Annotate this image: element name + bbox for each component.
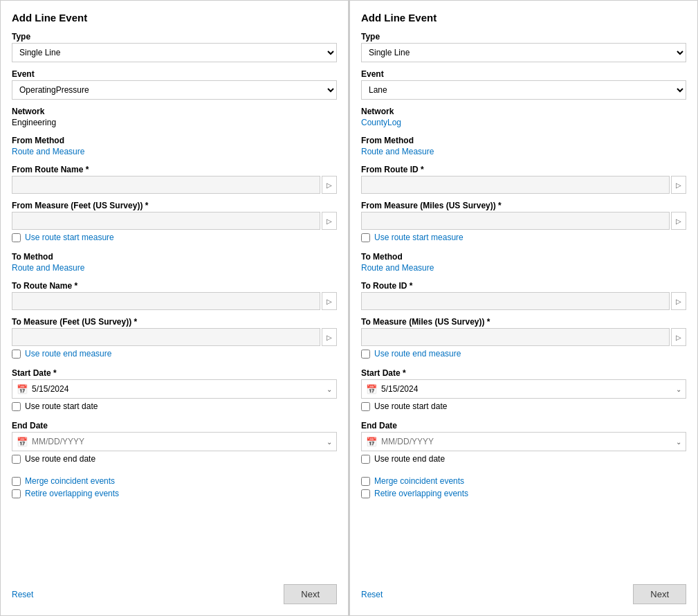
right-type-label: Type [361, 32, 686, 42]
left-panel: Add Line Event Type Single Line Event Op… [0, 0, 349, 616]
right-use-route-end-measure-checkbox[interactable] [361, 350, 370, 359]
right-end-date-wrapper: 📅 ⌄ [361, 432, 686, 451]
right-start-date-chevron[interactable]: ⌄ [676, 386, 681, 393]
left-from-method-label: From Method [12, 136, 337, 145]
left-network-label: Network [12, 107, 337, 116]
left-to-measure-group: To Measure (Feet (US Survey)) ▷ Use rout… [12, 317, 337, 361]
left-from-route-name-group: From Route Name ▷ [12, 165, 337, 194]
left-end-date-input[interactable] [32, 437, 322, 446]
right-to-route-id-input[interactable] [361, 292, 670, 310]
right-to-route-id-label: To Route ID [361, 281, 686, 291]
right-to-measure-input[interactable] [361, 328, 670, 346]
right-type-group: Type Single Line [361, 32, 686, 62]
right-use-route-end-date-checkbox[interactable] [361, 455, 370, 464]
right-use-route-end-measure-row: Use route end measure [361, 349, 686, 359]
left-start-calendar-icon: 📅 [17, 384, 28, 395]
right-merge-retire-group: Merge coincident events Retire overlappi… [361, 473, 686, 501]
right-retire-checkbox[interactable] [361, 489, 370, 498]
right-from-route-id-input[interactable] [361, 176, 670, 194]
left-to-measure-input-wrapper: ▷ [12, 328, 337, 346]
right-use-route-start-date-label[interactable]: Use route start date [374, 401, 447, 411]
left-to-measure-arrow-btn[interactable]: ▷ [322, 328, 337, 346]
left-retire-checkbox[interactable] [12, 489, 21, 498]
right-use-route-start-measure-label[interactable]: Use route start measure [374, 233, 463, 242]
left-use-route-start-measure-label[interactable]: Use route start measure [25, 233, 114, 242]
left-to-measure-input[interactable] [12, 328, 320, 346]
right-to-measure-arrow-btn[interactable]: ▷ [671, 328, 686, 346]
left-use-route-start-measure-row: Use route start measure [12, 233, 337, 242]
left-from-route-name-input[interactable] [12, 176, 320, 194]
left-next-button[interactable]: Next [284, 584, 337, 604]
left-to-route-name-input[interactable] [12, 292, 320, 310]
left-use-route-end-measure-row: Use route end measure [12, 349, 337, 359]
left-end-date-wrapper: 📅 ⌄ [12, 432, 337, 451]
right-end-date-label: End Date [361, 421, 686, 431]
left-use-route-start-measure-checkbox[interactable] [12, 233, 21, 242]
left-end-date-label: End Date [12, 421, 337, 431]
left-from-measure-group: From Measure (Feet (US Survey)) ▷ Use ro… [12, 201, 337, 245]
right-merge-checkbox[interactable] [361, 477, 370, 486]
right-end-date-chevron[interactable]: ⌄ [676, 438, 681, 446]
left-start-date-input[interactable] [32, 384, 322, 394]
right-use-route-start-date-checkbox[interactable] [361, 402, 370, 411]
left-use-route-end-date-checkbox[interactable] [12, 455, 21, 464]
right-from-method-value: Route and Measure [361, 147, 686, 156]
left-from-method-group: From Method Route and Measure [12, 136, 337, 158]
right-from-route-id-group: From Route ID ▷ [361, 165, 686, 194]
left-from-measure-input[interactable] [12, 212, 320, 230]
left-from-measure-input-wrapper: ▷ [12, 212, 337, 230]
right-end-date-input[interactable] [381, 437, 672, 446]
left-type-select[interactable]: Single Line [12, 43, 337, 62]
left-start-date-label: Start Date [12, 368, 337, 378]
left-type-label: Type [12, 32, 337, 42]
left-use-route-end-date-label[interactable]: Use route end date [25, 454, 95, 464]
right-from-measure-input[interactable] [361, 212, 670, 230]
right-start-date-label: Start Date [361, 368, 686, 378]
left-reset-button[interactable]: Reset [12, 590, 33, 599]
left-type-group: Type Single Line [12, 32, 337, 62]
left-use-route-start-date-checkbox[interactable] [12, 402, 21, 411]
right-event-select[interactable]: Lane [361, 80, 686, 100]
left-event-group: Event OperatingPressure [12, 69, 337, 100]
left-use-route-end-measure-checkbox[interactable] [12, 350, 21, 359]
left-event-label: Event [12, 69, 337, 79]
right-type-select[interactable]: Single Line [361, 43, 686, 62]
right-start-calendar-icon: 📅 [366, 384, 377, 395]
left-to-route-name-input-wrapper: ▷ [12, 292, 337, 310]
left-to-route-name-label: To Route Name [12, 281, 337, 291]
right-panel: Add Line Event Type Single Line Event La… [349, 0, 698, 616]
right-event-group: Event Lane [361, 69, 686, 100]
right-reset-button[interactable]: Reset [361, 590, 383, 599]
left-to-method-value: Route and Measure [12, 263, 337, 273]
left-use-route-end-measure-label[interactable]: Use route end measure [25, 349, 111, 359]
right-network-value: CountyLog [361, 118, 686, 127]
left-start-date-group: Start Date 📅 ⌄ Use route start date [12, 368, 337, 414]
right-retire-row: Retire overlapping events [361, 489, 686, 498]
right-from-measure-arrow-btn[interactable]: ▷ [671, 212, 686, 230]
right-start-date-input[interactable] [381, 384, 672, 394]
left-from-measure-arrow-btn[interactable]: ▷ [322, 212, 337, 230]
right-merge-row: Merge coincident events [361, 476, 686, 486]
left-end-date-chevron[interactable]: ⌄ [327, 438, 332, 446]
right-from-route-id-arrow-btn[interactable]: ▷ [671, 176, 686, 194]
right-use-route-end-date-row: Use route end date [361, 454, 686, 464]
right-use-route-end-measure-label[interactable]: Use route end measure [374, 349, 461, 359]
right-to-route-id-arrow-btn[interactable]: ▷ [671, 292, 686, 310]
right-use-route-start-date-row: Use route start date [361, 401, 686, 411]
right-use-route-end-date-label[interactable]: Use route end date [374, 454, 445, 464]
right-retire-label[interactable]: Retire overlapping events [374, 489, 468, 498]
left-retire-label[interactable]: Retire overlapping events [25, 489, 119, 498]
left-start-date-chevron[interactable]: ⌄ [327, 386, 332, 393]
right-merge-label[interactable]: Merge coincident events [374, 476, 464, 486]
right-next-button[interactable]: Next [633, 584, 686, 604]
left-event-select[interactable]: OperatingPressure [12, 80, 337, 100]
left-merge-checkbox[interactable] [12, 477, 21, 486]
left-merge-label[interactable]: Merge coincident events [25, 476, 115, 486]
left-from-route-name-arrow-btn[interactable]: ▷ [322, 176, 337, 194]
left-footer: Reset Next [12, 576, 337, 604]
right-use-route-start-measure-checkbox[interactable] [361, 233, 370, 242]
left-to-route-name-arrow-btn[interactable]: ▷ [322, 292, 337, 310]
left-use-route-start-date-label[interactable]: Use route start date [25, 401, 98, 411]
right-to-measure-label: To Measure (Miles (US Survey)) [361, 317, 686, 327]
right-from-measure-input-wrapper: ▷ [361, 212, 686, 230]
